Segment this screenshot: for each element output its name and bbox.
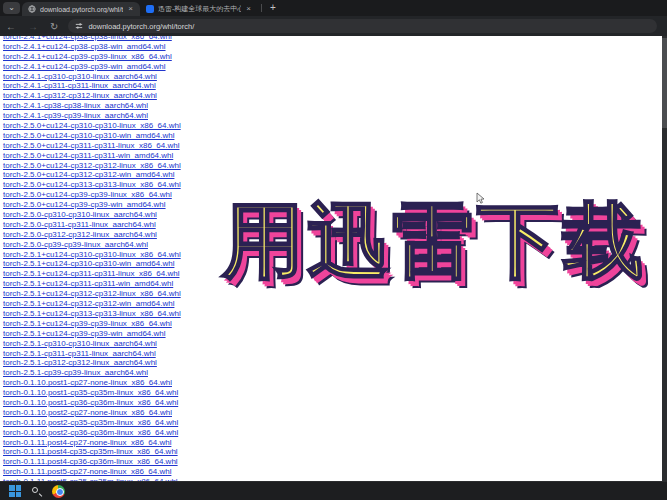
wheel-link[interactable]: torch-2.4.1-cp312-cp312-linux_aarch64.wh… — [3, 91, 667, 101]
wheel-link[interactable]: torch-2.5.1-cp39-cp39-linux_aarch64.whl — [3, 368, 667, 378]
wheel-link[interactable]: torch-2.5.1+cu124-cp313-cp313-linux_x86_… — [3, 309, 667, 319]
close-icon[interactable]: × — [245, 5, 252, 13]
tab-title: download.pytorch.org/whl/t — [40, 6, 123, 13]
wheel-link[interactable]: torch-2.5.1+cu124-cp39-cp39-win_amd64.wh… — [3, 329, 667, 339]
tab-separator — [261, 4, 262, 12]
wheel-link[interactable]: torch-2.4.1-cp39-cp39-linux_aarch64.whl — [3, 111, 667, 121]
wheel-link[interactable]: torch-0.1.11.post4-cp27-none-linux_x86_6… — [3, 438, 667, 448]
wheel-link[interactable]: torch-2.4.1-cp310-cp310-linux_aarch64.wh… — [3, 72, 667, 82]
windows-start-icon[interactable] — [9, 485, 21, 497]
wheel-link[interactable]: torch-2.5.0+cu124-cp311-cp311-linux_x86_… — [3, 141, 667, 151]
wheel-link[interactable]: torch-2.5.0+cu124-cp312-cp312-linux_x86_… — [3, 161, 667, 171]
new-tab-button[interactable]: + — [265, 3, 281, 13]
site-info-icon[interactable] — [75, 22, 83, 30]
tab-strip: ⌄ download.pytorch.org/whl/t × 迅雷-构建全球最大… — [0, 0, 667, 16]
wheel-link[interactable]: torch-0.1.10.post1-cp35-cp35m-linux_x86_… — [3, 388, 667, 398]
wheel-link[interactable]: torch-2.4.1+cu124-cp39-cp39-linux_x86_64… — [3, 52, 667, 62]
wheel-link[interactable]: torch-0.1.11.post4-cp36-cp36m-linux_x86_… — [3, 457, 667, 467]
wheel-link[interactable]: torch-0.1.11.post5-cp27-none-linux_x86_6… — [3, 467, 667, 477]
scrollbar-thumb[interactable] — [662, 38, 667, 128]
wheel-link[interactable]: torch-2.5.1-cp312-cp312-linux_aarch64.wh… — [3, 358, 667, 368]
wheel-link[interactable]: torch-2.5.0+cu124-cp313-cp313-linux_x86_… — [3, 180, 667, 190]
globe-icon — [28, 5, 36, 13]
back-icon[interactable]: ← — [0, 21, 22, 32]
chrome-icon[interactable] — [52, 485, 65, 498]
wheel-link[interactable]: torch-0.1.10.post2-cp27-none-linux_x86_6… — [3, 408, 667, 418]
close-icon[interactable]: × — [127, 5, 134, 13]
scrollbar[interactable] — [662, 36, 667, 481]
wheel-link[interactable]: torch-2.5.0+cu124-cp312-cp312-win_amd64.… — [3, 170, 667, 180]
wheel-link[interactable]: torch-0.1.10.post2-cp36-cp36m-linux_x86_… — [3, 428, 667, 438]
wheel-link[interactable]: torch-0.1.10.post1-cp27-none-linux_x86_6… — [3, 378, 667, 388]
wheel-link[interactable]: torch-2.5.1-cp310-cp310-linux_aarch64.wh… — [3, 339, 667, 349]
wheel-link[interactable]: torch-2.4.1+cu124-cp38-cp38-win_amd64.wh… — [3, 42, 667, 52]
xunlei-icon — [146, 5, 154, 13]
wheel-link[interactable]: torch-2.5.0+cu124-cp311-cp311-win_amd64.… — [3, 151, 667, 161]
wheel-link[interactable]: torch-2.4.1-cp311-cp311-linux_aarch64.wh… — [3, 81, 667, 91]
wheel-link[interactable]: torch-2.5.1+cu124-cp312-cp312-win_amd64.… — [3, 299, 667, 309]
tab-search-button[interactable]: ⌄ — [3, 2, 20, 14]
address-bar[interactable]: download.pytorch.org/whl/torch/ — [68, 19, 657, 33]
wheel-link[interactable]: torch-2.5.1-cp311-cp311-linux_aarch64.wh… — [3, 349, 667, 359]
url-text[interactable]: download.pytorch.org/whl/torch/ — [88, 22, 194, 31]
wheel-link[interactable]: torch-2.5.0+cu124-cp310-cp310-win_amd64.… — [3, 131, 667, 141]
mouse-cursor — [476, 192, 485, 205]
refresh-icon[interactable]: ↻ — [44, 21, 64, 32]
forward-icon[interactable]: → — [22, 21, 44, 32]
overlay-banner-text: 用迅雷下载 — [222, 196, 642, 286]
tab-xunlei[interactable]: 迅雷-构建全球最大的去中心化( × — [140, 2, 258, 16]
browser-toolbar: ← → ↻ download.pytorch.org/whl/torch/ — [0, 16, 667, 36]
wheel-link[interactable]: torch-2.5.0+cu124-cp310-cp310-linux_x86_… — [3, 121, 667, 131]
search-icon[interactable] — [31, 486, 42, 497]
wheel-link[interactable]: torch-2.5.1+cu124-cp39-cp39-linux_x86_64… — [3, 319, 667, 329]
wheel-link[interactable]: torch-0.1.10.post1-cp36-cp36m-linux_x86_… — [3, 398, 667, 408]
tab-pytorch[interactable]: download.pytorch.org/whl/t × — [22, 2, 140, 16]
wheel-link[interactable]: torch-2.4.1+cu124-cp39-cp39-win_amd64.wh… — [3, 62, 667, 72]
tab-title: 迅雷-构建全球最大的去中心化( — [158, 4, 241, 14]
wheel-link[interactable]: torch-0.1.10.post2-cp35-cp35m-linux_x86_… — [3, 418, 667, 428]
wheel-link[interactable]: torch-2.4.1-cp38-cp38-linux_aarch64.whl — [3, 101, 667, 111]
taskbar — [0, 481, 667, 500]
wheel-link[interactable]: torch-0.1.11.post4-cp35-cp35m-linux_x86_… — [3, 447, 667, 457]
wheel-link[interactable]: torch-2.5.1+cu124-cp312-cp312-linux_x86_… — [3, 289, 667, 299]
